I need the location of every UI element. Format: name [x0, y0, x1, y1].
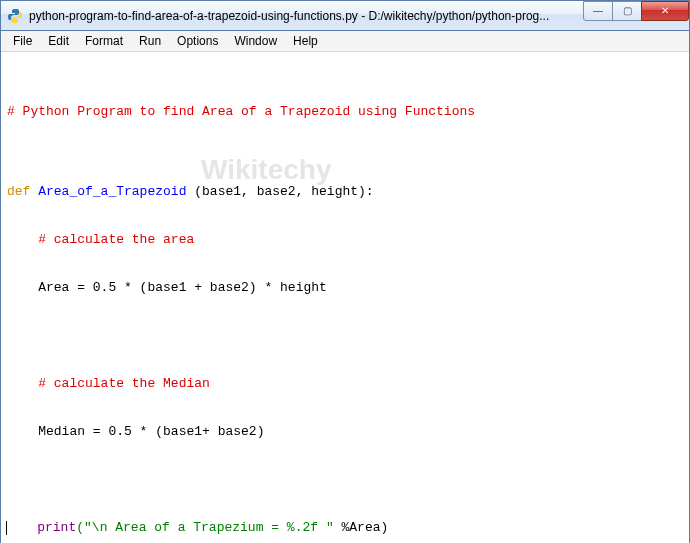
minimize-button[interactable]: —: [583, 1, 613, 21]
editor-code-area[interactable]: Wikitechy # Python Program to find Area …: [1, 52, 689, 543]
menu-options[interactable]: Options: [169, 32, 226, 50]
code-blank: [7, 328, 683, 344]
menu-edit[interactable]: Edit: [40, 32, 77, 50]
code-func-name: Area_of_a_Trapezoid: [30, 184, 194, 199]
menu-run[interactable]: Run: [131, 32, 169, 50]
menu-window[interactable]: Window: [226, 32, 285, 50]
code-comment: # Python Program to find Area of a Trape…: [7, 104, 475, 119]
editor-window: python-program-to-find-area-of-a-trapezo…: [0, 0, 690, 543]
editor-menubar: File Edit Format Run Options Window Help: [1, 31, 689, 52]
code-line: Median = 0.5 * (base1+ base2): [7, 424, 683, 440]
editor-window-controls: — ▢ ✕: [584, 1, 689, 21]
editor-titlebar[interactable]: python-program-to-find-area-of-a-trapezo…: [1, 1, 689, 31]
code-blank: [7, 472, 683, 488]
text-cursor: [6, 521, 7, 535]
maximize-button[interactable]: ▢: [612, 1, 642, 21]
menu-format[interactable]: Format: [77, 32, 131, 50]
python-icon: [7, 8, 23, 24]
code-builtin-print: print: [37, 520, 76, 535]
close-button[interactable]: ✕: [641, 1, 689, 21]
watermark: Wikitechy: [201, 162, 331, 178]
code-keyword-def: def: [7, 184, 30, 199]
code-comment: # calculate the Median: [7, 376, 210, 391]
menu-file[interactable]: File: [5, 32, 40, 50]
menu-help[interactable]: Help: [285, 32, 326, 50]
code-indent: [6, 520, 37, 535]
editor-title-text: python-program-to-find-area-of-a-trapezo…: [29, 9, 584, 23]
code-line: Area = 0.5 * (base1 + base2) * height: [7, 280, 683, 296]
code-string: ("\n Area of a Trapezium = %.2f ": [76, 520, 333, 535]
code-tail: %Area): [334, 520, 389, 535]
code-func-sig: (base1, base2, height):: [194, 184, 373, 199]
code-comment: # calculate the area: [7, 232, 194, 247]
